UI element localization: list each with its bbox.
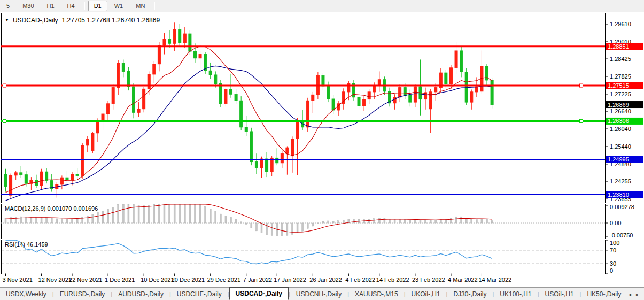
horizontal-level-lines bbox=[1, 47, 605, 195]
svg-text:1.28425: 1.28425 bbox=[610, 56, 631, 62]
tab-scroll-right-icon[interactable]: ▸ bbox=[636, 291, 639, 297]
rsi-line bbox=[6, 240, 492, 264]
svg-text:14 Mar 2022: 14 Mar 2022 bbox=[478, 276, 511, 283]
svg-text:22 Nov 2021: 22 Nov 2021 bbox=[69, 276, 102, 283]
tab-usdcnh-daily[interactable]: USDCNH-,Daily bbox=[290, 289, 347, 300]
rsi-panel-content bbox=[2, 240, 604, 264]
rsi-axis: 10070300 bbox=[605, 240, 619, 274]
svg-text:14 Feb 2022: 14 Feb 2022 bbox=[376, 276, 409, 283]
tab-scroll-left-icon[interactable]: ◂ bbox=[629, 291, 631, 297]
tab-audusd-daily[interactable]: AUDUSD-,Daily bbox=[112, 289, 169, 300]
chart-symbol-label: USDCAD-,Daily bbox=[13, 17, 58, 24]
svg-text:1.24255: 1.24255 bbox=[610, 178, 631, 184]
price-chart-area[interactable] bbox=[2, 13, 606, 203]
tab-eurusd-daily[interactable]: EURUSD-,Daily bbox=[54, 289, 111, 300]
svg-text:23 Feb 2022: 23 Feb 2022 bbox=[412, 276, 445, 283]
ma-fast-line bbox=[6, 46, 492, 193]
svg-text:-0.00750: -0.00750 bbox=[610, 232, 633, 239]
price-axis-badges: 1.288511.275151.263061.249951.238101.268… bbox=[606, 43, 643, 198]
svg-text:30: 30 bbox=[610, 260, 616, 267]
tab-dj30-daily[interactable]: DJ30-,Daily bbox=[447, 289, 492, 300]
svg-text:1.24995: 1.24995 bbox=[608, 156, 629, 163]
svg-text:7 Jan 2022: 7 Jan 2022 bbox=[243, 276, 272, 283]
svg-text:1.28851: 1.28851 bbox=[608, 43, 629, 50]
level-line-handle[interactable] bbox=[580, 84, 583, 87]
svg-text:1.27225: 1.27225 bbox=[610, 91, 631, 97]
svg-text:4 Feb 2022: 4 Feb 2022 bbox=[345, 276, 375, 283]
svg-text:1.26306: 1.26306 bbox=[608, 118, 629, 124]
macd-axis: 0.0092780.00-0.00750 bbox=[605, 204, 634, 239]
svg-text:17 Jan 2022: 17 Jan 2022 bbox=[274, 276, 306, 283]
tab-usoil-h1[interactable]: USOil-,H1 bbox=[539, 289, 580, 300]
tab-hk50-daily[interactable]: HK50-,Daily bbox=[581, 289, 627, 300]
svg-text:4 Mar 2022: 4 Mar 2022 bbox=[448, 276, 478, 283]
tab-xauusd-m15[interactable]: XAUUSD-,M15 bbox=[349, 289, 404, 300]
svg-text:1.27515: 1.27515 bbox=[608, 82, 629, 89]
svg-text:1.26040: 1.26040 bbox=[610, 126, 631, 132]
svg-text:0: 0 bbox=[610, 267, 613, 274]
tab-usdx-weekly[interactable]: USDX,Weekly bbox=[0, 289, 52, 300]
tab-usdcad-daily[interactable]: USDCAD-,Daily bbox=[229, 287, 289, 300]
svg-text:100: 100 bbox=[610, 240, 619, 246]
macd-indicator-label: MACD(12,26,9) 0.001070 0.001696 bbox=[5, 205, 98, 212]
symbol-dropdown-icon[interactable]: ▼ bbox=[5, 17, 9, 24]
level-line-handle[interactable] bbox=[3, 84, 6, 87]
svg-text:70: 70 bbox=[610, 247, 616, 253]
svg-text:0.009278: 0.009278 bbox=[610, 204, 634, 210]
chart-ohlc-values: 1.27705 1.27768 1.26740 1.26869 bbox=[62, 17, 160, 24]
candlesticks bbox=[4, 22, 493, 198]
tab-ukoil-h1[interactable]: UKOil-,H1 bbox=[406, 289, 446, 300]
level-line-handle[interactable] bbox=[580, 119, 583, 122]
chart-canvas[interactable]: 1.296101.290101.284251.278251.272251.266… bbox=[0, 0, 644, 300]
trading-terminal-window: 5M30H1H4D1W1MN ▼ USDCAD-,Daily 1.27705 1… bbox=[0, 0, 644, 300]
svg-text:0.00: 0.00 bbox=[610, 220, 621, 226]
svg-text:1 Dec 2021: 1 Dec 2021 bbox=[105, 276, 135, 283]
svg-text:1.26640: 1.26640 bbox=[610, 108, 631, 114]
svg-text:1.25440: 1.25440 bbox=[610, 143, 631, 150]
svg-text:26 Jan 2022: 26 Jan 2022 bbox=[309, 276, 342, 283]
svg-text:1.23810: 1.23810 bbox=[608, 191, 629, 198]
svg-text:1.26869: 1.26869 bbox=[608, 102, 629, 108]
svg-text:29 Dec 2021: 29 Dec 2021 bbox=[207, 276, 240, 283]
tab-uk100-h1[interactable]: UK100-,H1 bbox=[494, 289, 537, 300]
rsi-indicator-label: RSI(14) 46.1459 bbox=[5, 241, 48, 248]
date-axis: 3 Nov 202112 Nov 202122 Nov 20211 Dec 20… bbox=[3, 274, 512, 283]
svg-text:20 Dec 2021: 20 Dec 2021 bbox=[172, 276, 205, 283]
svg-text:1.29610: 1.29610 bbox=[610, 21, 631, 27]
symbol-tab-bar: USDX,Weekly|EURUSD-,Daily|AUDUSD-,Daily|… bbox=[0, 287, 644, 300]
svg-text:12 Nov 2021: 12 Nov 2021 bbox=[38, 276, 72, 283]
level-line-handle[interactable] bbox=[3, 119, 6, 122]
svg-text:1.27825: 1.27825 bbox=[610, 73, 631, 80]
svg-text:3 Nov 2021: 3 Nov 2021 bbox=[3, 276, 33, 283]
svg-text:10 Dec 2021: 10 Dec 2021 bbox=[141, 276, 174, 283]
tab-usdchf-daily[interactable]: USDCHF-,Daily bbox=[171, 289, 228, 300]
chart-title: ▼ USDCAD-,Daily 1.27705 1.27768 1.26740 … bbox=[5, 17, 160, 24]
